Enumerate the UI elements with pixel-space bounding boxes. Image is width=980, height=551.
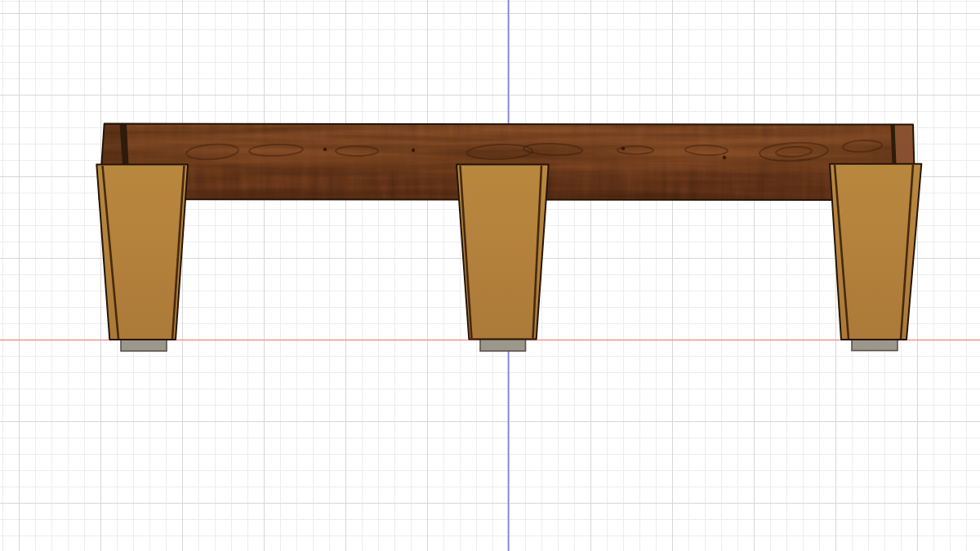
foot-pad-center[interactable]	[480, 340, 526, 352]
table-leg-right[interactable]	[830, 164, 921, 340]
cad-viewport[interactable]	[0, 0, 980, 551]
model-layer	[96, 122, 921, 351]
foot-pad-left[interactable]	[121, 340, 167, 352]
table-leg-center[interactable]	[457, 165, 549, 340]
foot-pad-right[interactable]	[852, 340, 898, 351]
scene-canvas	[0, 0, 980, 551]
table-leg-left[interactable]	[96, 165, 188, 340]
